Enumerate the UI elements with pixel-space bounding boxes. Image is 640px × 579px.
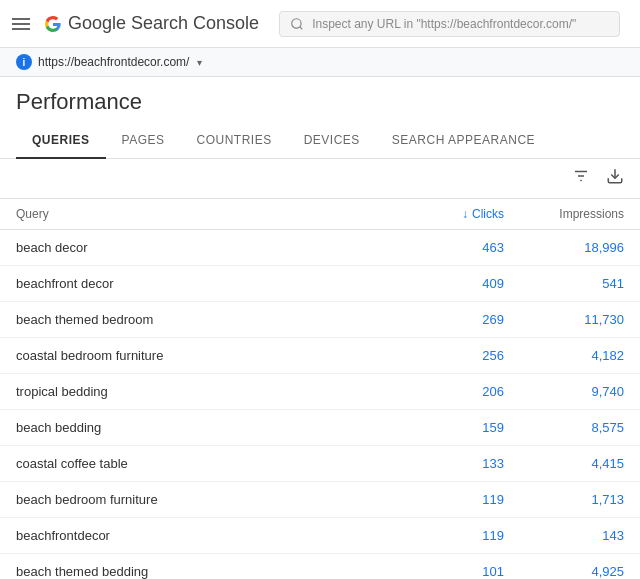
- row-clicks: 119: [384, 492, 504, 507]
- tab-countries[interactable]: COUNTRIES: [180, 123, 287, 159]
- row-query: beach bedroom furniture: [16, 492, 384, 507]
- url-search-bar[interactable]: Inspect any URL in "https://beachfrontde…: [279, 11, 620, 37]
- row-query: coastal bedroom furniture: [16, 348, 384, 363]
- row-clicks: 256: [384, 348, 504, 363]
- row-clicks: 409: [384, 276, 504, 291]
- row-clicks: 269: [384, 312, 504, 327]
- data-table: Query ↓ Clicks Impressions beach decor 4…: [0, 199, 640, 579]
- row-query: beach bedding: [16, 420, 384, 435]
- app-logo: Google Search Console: [44, 13, 259, 34]
- table-row: beach bedding 159 8,575: [0, 410, 640, 446]
- table-row: beach bedroom furniture 119 1,713: [0, 482, 640, 518]
- row-impressions: 4,415: [504, 456, 624, 471]
- url-info-icon: i: [16, 54, 32, 70]
- tabs-container: QUERIES PAGES COUNTRIES DEVICES SEARCH A…: [0, 123, 640, 159]
- col-header-clicks: ↓ Clicks: [384, 207, 504, 221]
- row-query: beach themed bedroom: [16, 312, 384, 327]
- google-logo-icon: [44, 15, 62, 33]
- row-impressions: 1,713: [504, 492, 624, 507]
- toolbar: [0, 159, 640, 199]
- row-query: coastal coffee table: [16, 456, 384, 471]
- row-impressions: 143: [504, 528, 624, 543]
- row-impressions: 541: [504, 276, 624, 291]
- logo-text: Google Search Console: [68, 13, 259, 34]
- search-icon: [290, 17, 304, 31]
- search-placeholder: Inspect any URL in "https://beachfrontde…: [312, 17, 576, 31]
- row-impressions: 9,740: [504, 384, 624, 399]
- url-text: https://beachfrontdecor.com/: [38, 55, 189, 69]
- table-header-row: Query ↓ Clicks Impressions: [0, 199, 640, 230]
- col-header-query: Query: [16, 207, 384, 221]
- table-row: beachfront decor 409 541: [0, 266, 640, 302]
- row-query: beachfront decor: [16, 276, 384, 291]
- row-query: beach themed bedding: [16, 564, 384, 579]
- row-clicks: 133: [384, 456, 504, 471]
- row-query: tropical bedding: [16, 384, 384, 399]
- table-body: beach decor 463 18,996 beachfront decor …: [0, 230, 640, 579]
- filter-icon[interactable]: [572, 167, 590, 190]
- col-header-impressions: Impressions: [504, 207, 624, 221]
- row-clicks: 159: [384, 420, 504, 435]
- row-clicks: 101: [384, 564, 504, 579]
- url-dropdown-icon[interactable]: ▾: [197, 57, 202, 68]
- table-row: beachfrontdecor 119 143: [0, 518, 640, 554]
- download-icon[interactable]: [606, 167, 624, 190]
- row-impressions: 4,182: [504, 348, 624, 363]
- row-impressions: 18,996: [504, 240, 624, 255]
- tab-search-appearance[interactable]: SEARCH APPEARANCE: [376, 123, 551, 159]
- tab-pages[interactable]: PAGES: [106, 123, 181, 159]
- row-clicks: 463: [384, 240, 504, 255]
- table-row: beach themed bedding 101 4,925: [0, 554, 640, 579]
- table-row: tropical bedding 206 9,740: [0, 374, 640, 410]
- row-query: beach decor: [16, 240, 384, 255]
- table-row: coastal bedroom furniture 256 4,182: [0, 338, 640, 374]
- row-impressions: 8,575: [504, 420, 624, 435]
- menu-icon[interactable]: [12, 14, 32, 34]
- svg-line-1: [300, 26, 303, 29]
- row-impressions: 11,730: [504, 312, 624, 327]
- table-row: coastal coffee table 133 4,415: [0, 446, 640, 482]
- page-title: Performance: [0, 77, 640, 123]
- tab-queries[interactable]: QUERIES: [16, 123, 106, 159]
- row-impressions: 4,925: [504, 564, 624, 579]
- table-row: beach decor 463 18,996: [0, 230, 640, 266]
- row-query: beachfrontdecor: [16, 528, 384, 543]
- svg-point-0: [292, 18, 301, 27]
- row-clicks: 119: [384, 528, 504, 543]
- url-bar: i https://beachfrontdecor.com/ ▾: [0, 48, 640, 77]
- sort-arrow-icon: ↓: [462, 207, 468, 221]
- app-header: Google Search Console Inspect any URL in…: [0, 0, 640, 48]
- tab-devices[interactable]: DEVICES: [288, 123, 376, 159]
- table-row: beach themed bedroom 269 11,730: [0, 302, 640, 338]
- row-clicks: 206: [384, 384, 504, 399]
